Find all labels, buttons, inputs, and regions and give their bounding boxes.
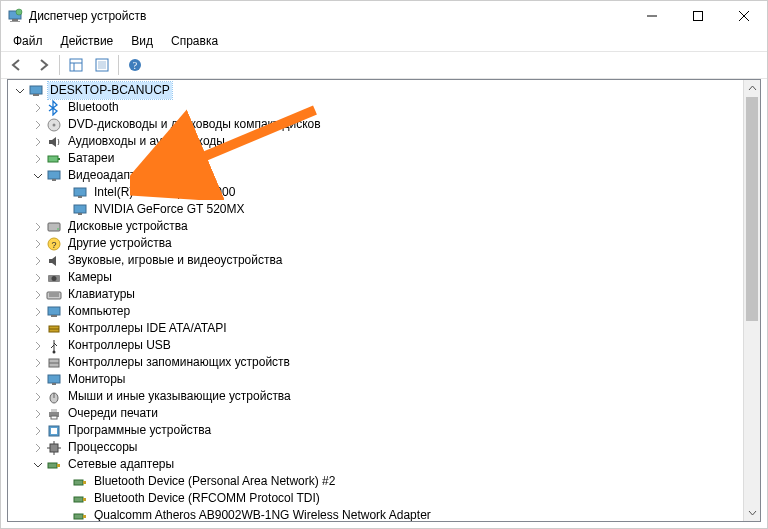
expander-icon[interactable] — [30, 304, 46, 320]
tree-node-batteries[interactable]: Батареи — [8, 150, 743, 167]
tree-node-intel-hd[interactable]: Intel(R) HD Graphics 3000 — [8, 184, 743, 201]
svg-rect-64 — [83, 515, 86, 518]
tree-node-disk[interactable]: Дисковые устройства — [8, 218, 743, 235]
minimize-button[interactable] — [629, 1, 675, 31]
tree-node-storage-controllers[interactable]: Контроллеры запоминающих устройств — [8, 354, 743, 371]
expander-icon[interactable] — [30, 151, 46, 167]
toolbar-separator — [59, 55, 60, 75]
svg-rect-2 — [10, 21, 20, 22]
close-button[interactable] — [721, 1, 767, 31]
tree-node-label: Intel(R) HD Graphics 3000 — [92, 184, 237, 201]
tree-node-label: Другие устройства — [66, 235, 174, 252]
expander-icon[interactable] — [30, 134, 46, 150]
expander-icon[interactable] — [12, 83, 28, 99]
expander-icon[interactable] — [30, 100, 46, 116]
expander-icon[interactable] — [30, 389, 46, 405]
tree-node-cameras[interactable]: Камеры — [8, 269, 743, 286]
scroll-down-button[interactable] — [744, 504, 760, 521]
tree-node-bt-pan[interactable]: Bluetooth Device (Personal Area Network)… — [8, 473, 743, 490]
svg-rect-36 — [48, 307, 60, 315]
tree-node-other[interactable]: ? Другие устройства — [8, 235, 743, 252]
expander-icon[interactable] — [30, 287, 46, 303]
tree-node-label: NVIDIA GeForce GT 520MX — [92, 201, 247, 218]
svg-point-40 — [53, 350, 56, 353]
vertical-scrollbar[interactable] — [743, 80, 760, 521]
keyboard-icon — [46, 287, 62, 303]
expander-icon[interactable] — [30, 423, 46, 439]
computer-icon — [28, 83, 44, 99]
device-tree[interactable]: DESKTOP-BCANUCP Bluetooth DVD-дисководы … — [8, 80, 743, 521]
tree-node-label: Контроллеры IDE ATA/ATAPI — [66, 320, 229, 337]
tree-node-label: Qualcomm Atheros AB9002WB-1NG Wireless N… — [92, 507, 433, 521]
expander-icon[interactable] — [30, 440, 46, 456]
help-button[interactable]: ? — [123, 53, 147, 77]
menu-file[interactable]: Файл — [5, 32, 51, 50]
expander-icon[interactable] — [30, 372, 46, 388]
window: Диспетчер устройств Файл Действие Вид Сп… — [0, 0, 768, 529]
tree-node-bt-rfcomm[interactable]: Bluetooth Device (RFCOMM Protocol TDI) — [8, 490, 743, 507]
svg-point-18 — [53, 123, 56, 126]
tree-node-network[interactable]: Сетевые адаптеры — [8, 456, 743, 473]
menu-help[interactable]: Справка — [163, 32, 226, 50]
expander-spacer — [56, 491, 72, 507]
window-buttons — [629, 1, 767, 31]
mouse-icon — [46, 389, 62, 405]
software-device-icon — [46, 423, 62, 439]
camera-icon — [46, 270, 62, 286]
tree-node-label: Клавиатуры — [66, 286, 137, 303]
tree-node-root[interactable]: DESKTOP-BCANUCP — [8, 82, 743, 99]
expander-icon[interactable] — [30, 457, 46, 473]
show-hide-tree-button[interactable] — [64, 53, 88, 77]
tree-node-software[interactable]: Программные устройства — [8, 422, 743, 439]
menu-view[interactable]: Вид — [123, 32, 161, 50]
expander-icon[interactable] — [30, 355, 46, 371]
expander-icon[interactable] — [30, 270, 46, 286]
svg-rect-22 — [52, 179, 56, 181]
tree-node-audio-io[interactable]: Аудиовходы и аудиовыходы — [8, 133, 743, 150]
computer-icon — [46, 304, 62, 320]
expander-icon[interactable] — [30, 219, 46, 235]
forward-button[interactable] — [31, 53, 55, 77]
expander-icon[interactable] — [30, 236, 46, 252]
refresh-button[interactable] — [90, 53, 114, 77]
tree-node-computer[interactable]: Компьютер — [8, 303, 743, 320]
back-button[interactable] — [5, 53, 29, 77]
expander-icon[interactable] — [30, 253, 46, 269]
tree-node-usb[interactable]: Контроллеры USB — [8, 337, 743, 354]
tree-node-video-adapters[interactable]: Видеоадаптеры — [8, 167, 743, 184]
tree-node-ide[interactable]: Контроллеры IDE ATA/ATAPI — [8, 320, 743, 337]
svg-rect-21 — [48, 171, 60, 179]
svg-rect-37 — [51, 315, 57, 317]
scroll-thumb[interactable] — [746, 97, 758, 321]
menu-action[interactable]: Действие — [53, 32, 122, 50]
tree-node-label: Программные устройства — [66, 422, 213, 439]
svg-text:?: ? — [133, 60, 138, 71]
tree-node-bluetooth[interactable]: Bluetooth — [8, 99, 743, 116]
tree-node-sound[interactable]: Звуковые, игровые и видеоустройства — [8, 252, 743, 269]
svg-rect-59 — [74, 480, 83, 485]
tree-node-atheros[interactable]: Qualcomm Atheros AB9002WB-1NG Wireless N… — [8, 507, 743, 521]
expander-icon[interactable] — [30, 168, 46, 184]
disk-icon — [46, 219, 62, 235]
tree-node-print-queues[interactable]: Очереди печати — [8, 405, 743, 422]
scroll-track[interactable] — [744, 97, 760, 504]
tree-node-keyboards[interactable]: Клавиатуры — [8, 286, 743, 303]
tree-node-mice[interactable]: Мыши и иные указывающие устройства — [8, 388, 743, 405]
tree-node-monitors[interactable]: Мониторы — [8, 371, 743, 388]
tree-node-cpu[interactable]: Процессоры — [8, 439, 743, 456]
expander-icon[interactable] — [30, 321, 46, 337]
svg-point-28 — [57, 228, 59, 230]
svg-rect-63 — [74, 514, 83, 519]
expander-icon[interactable] — [30, 406, 46, 422]
tree-node-nvidia[interactable]: NVIDIA GeForce GT 520MX — [8, 201, 743, 218]
toolbar-separator — [118, 55, 119, 75]
network-adapter-icon — [72, 474, 88, 490]
scroll-up-button[interactable] — [744, 80, 760, 97]
expander-icon[interactable] — [30, 338, 46, 354]
svg-rect-1 — [12, 19, 18, 21]
maximize-button[interactable] — [675, 1, 721, 31]
tree-node-dvd[interactable]: DVD-дисководы и дисководы компакт-дисков — [8, 116, 743, 133]
expander-icon[interactable] — [30, 117, 46, 133]
tree-node-label: Bluetooth Device (Personal Area Network)… — [92, 473, 337, 490]
tree-node-label: Мониторы — [66, 371, 127, 388]
